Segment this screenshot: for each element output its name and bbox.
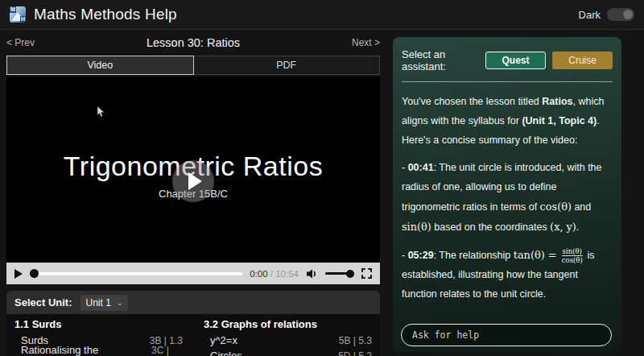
play-icon bbox=[188, 172, 202, 190]
topic-code: 5B | 5.3 bbox=[339, 335, 372, 346]
logo-letter-h: H bbox=[20, 16, 26, 23]
video-player[interactable]: Trigonometric Ratios Chapter 15B/C bbox=[6, 77, 380, 263]
topic-table: 1.1 Surds Surds 3B | 1.3 Rationalising t… bbox=[6, 314, 380, 356]
topic-name: Circles bbox=[204, 350, 242, 356]
app-title: Maths Methods Help bbox=[34, 6, 177, 23]
assistant-selector-row: Select an assistant: Quest Cruise bbox=[402, 48, 613, 72]
toggle-knob bbox=[623, 10, 633, 19]
topic-row-y2x[interactable]: y^2=x 5B | 5.3 bbox=[204, 333, 372, 348]
unit-dropdown-value: Unit 1 bbox=[86, 297, 111, 308]
chevron-down-icon: ⌄ bbox=[117, 299, 123, 307]
time-separator: / bbox=[270, 269, 273, 279]
divider bbox=[402, 81, 613, 82]
logo-letter-m: M bbox=[10, 6, 16, 13]
lesson-title: Lesson 30: Ratios bbox=[147, 36, 240, 49]
topic-row-rationalising[interactable]: Rationalising the Denominator 3C | 1.4 bbox=[14, 348, 183, 356]
volume-handle[interactable] bbox=[346, 270, 354, 278]
topic-row-circles[interactable]: Circles 5D | 5.2 bbox=[204, 348, 372, 356]
tab-pdf[interactable]: PDF bbox=[194, 56, 381, 75]
topic-name: Rationalising the Denominator bbox=[14, 344, 151, 356]
prev-lesson-button[interactable]: < Prev bbox=[6, 37, 35, 48]
time-display: 0:00 / 10:54 bbox=[250, 269, 299, 279]
volume-icon[interactable] bbox=[306, 268, 318, 279]
volume-slider[interactable] bbox=[325, 270, 354, 278]
media-tabs: Video PDF bbox=[6, 56, 380, 75]
assistant-quest-button[interactable]: Quest bbox=[485, 52, 546, 69]
unit-dropdown[interactable]: Unit 1 ⌄ bbox=[80, 295, 129, 311]
ask-for-help-input[interactable] bbox=[401, 324, 612, 346]
progress-handle[interactable] bbox=[30, 269, 39, 278]
topic-code: 3C | 1.4 bbox=[151, 345, 183, 356]
dark-mode-toggle[interactable] bbox=[607, 8, 634, 21]
next-lesson-button[interactable]: Next > bbox=[352, 37, 380, 48]
topic-column-surds: 1.1 Surds Surds 3B | 1.3 Rationalising t… bbox=[14, 318, 183, 356]
duration: 10:54 bbox=[275, 269, 299, 279]
current-time: 0:00 bbox=[250, 269, 267, 279]
chat-message: You've chosen the lesson titled Ratios, … bbox=[402, 93, 613, 318]
progress-track bbox=[30, 272, 242, 275]
unit-selector-row: Select Unit: Unit 1 ⌄ bbox=[6, 291, 380, 314]
play-overlay-button[interactable] bbox=[172, 160, 214, 202]
topic-heading: 3.2 Graphs of relations bbox=[204, 318, 372, 333]
assistant-selector-label: Select an assistant: bbox=[402, 48, 479, 72]
fullscreen-icon[interactable] bbox=[361, 268, 372, 279]
app-header: M H Maths Methods Help Dark bbox=[0, 0, 644, 30]
assistant-cruise-button[interactable]: Cruise bbox=[552, 52, 613, 69]
topic-name: y^2=x bbox=[204, 334, 237, 346]
topic-code: 5D | 5.2 bbox=[338, 350, 372, 356]
lesson-nav: < Prev Lesson 30: Ratios Next > bbox=[6, 35, 380, 50]
topic-heading: 1.1 Surds bbox=[14, 318, 183, 333]
mouse-cursor-icon bbox=[97, 106, 106, 118]
app-logo-icon: M H bbox=[10, 6, 26, 23]
lesson-column: < Prev Lesson 30: Ratios Next > Video PD… bbox=[6, 35, 380, 356]
unit-selector-label: Select Unit: bbox=[14, 296, 72, 308]
topic-column-graphs: 3.2 Graphs of relations y^2=x 5B | 5.3 C… bbox=[204, 318, 372, 356]
progress-bar[interactable] bbox=[30, 269, 242, 278]
assistant-panel: Select an assistant: Quest Cruise You've… bbox=[393, 37, 621, 352]
video-controls-bar: 0:00 / 10:54 bbox=[6, 263, 380, 284]
tab-video[interactable]: Video bbox=[6, 56, 194, 75]
play-button[interactable] bbox=[14, 269, 23, 279]
theme-label: Dark bbox=[579, 9, 601, 21]
unit-card: Select Unit: Unit 1 ⌄ 1.1 Surds Surds 3B… bbox=[6, 291, 380, 356]
